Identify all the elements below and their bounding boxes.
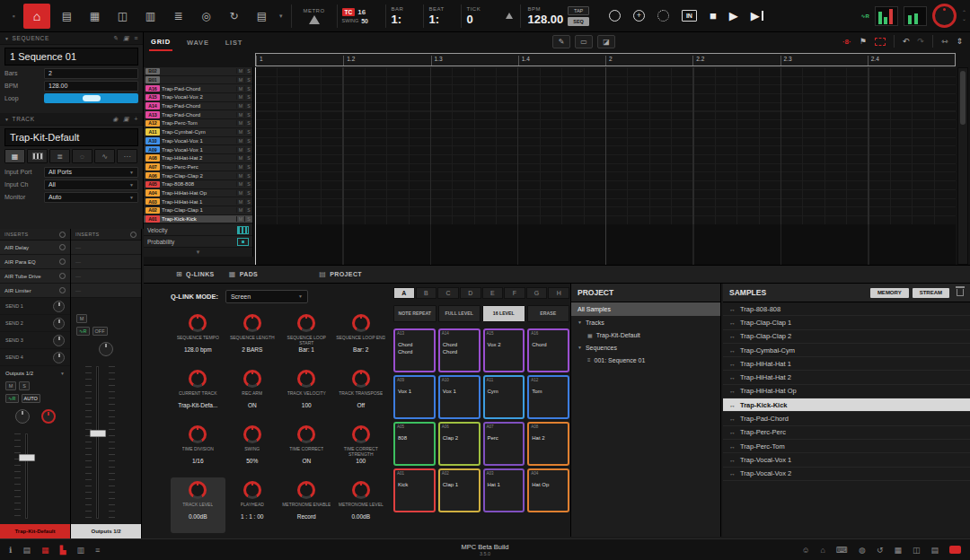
pads-status-icon[interactable]: ▦: [41, 546, 49, 555]
mixer-status-icon[interactable]: ▥: [76, 546, 84, 555]
send-knob[interactable]: [53, 335, 65, 346]
lane-row[interactable]: Probability: [144, 236, 252, 248]
pad-mode-button[interactable]: ERASE: [527, 305, 570, 322]
qlink-mode-select[interactable]: Screen▼: [225, 290, 308, 303]
track-mute[interactable]: M: [236, 94, 244, 100]
pad-mode-button[interactable]: FULL LEVEL: [438, 305, 481, 322]
send-slot[interactable]: SEND 1: [0, 298, 70, 315]
track-solo[interactable]: S: [244, 164, 252, 170]
drum-pad[interactable]: A14 Chord Chord: [438, 328, 481, 372]
drum-pad[interactable]: A12 Tom: [527, 375, 569, 419]
track-solo[interactable]: S: [244, 120, 252, 126]
track-row[interactable]: A16 Trap-Pad-Chord M S: [144, 84, 252, 93]
sample-row[interactable]: ↔ Trap-Clap-Clap 2: [723, 330, 970, 344]
insert-slot[interactable]: AIR Limiter: [0, 284, 70, 298]
midi-icon[interactable]: ◍: [859, 546, 866, 555]
sample-row[interactable]: ↔ Trap-808-808: [723, 302, 970, 316]
drum-pad[interactable]: A07 Perc: [483, 422, 525, 466]
qlink-knob[interactable]: [189, 370, 207, 388]
tap-tempo-button[interactable]: TAP: [568, 6, 589, 15]
tree-caret-icon[interactable]: ▼: [578, 319, 582, 325]
track-row[interactable]: A05 Trap-808-808 M S: [144, 180, 252, 189]
tick-counter[interactable]: TICK 0: [461, 4, 498, 28]
sample-row[interactable]: ↔ Trap-HiHat-Hat 2: [723, 371, 970, 384]
sample-row[interactable]: ↔ Trap-HiHat-Hat Op: [723, 385, 970, 398]
playhead[interactable]: [255, 67, 256, 265]
bars-value-field[interactable]: 2: [44, 68, 138, 79]
pad-bank-tab[interactable]: D: [460, 287, 481, 299]
track-mute[interactable]: M: [236, 77, 244, 83]
zoom-vertical-icon[interactable]: ⇕: [956, 37, 963, 46]
qlink-knob-cell[interactable]: METRONOME LEVEL 0.00dB: [334, 477, 389, 533]
automation-off-button[interactable]: OFF: [93, 327, 108, 336]
sample-row[interactable]: ↔ Trap-HiHat-Hat 1: [723, 357, 970, 371]
note-value-icon[interactable]: ·8·: [842, 38, 851, 46]
track-row[interactable]: A03 Trap-HiHat-Hat 1 M S: [144, 197, 252, 206]
sequence-edit-icon[interactable]: ✎: [113, 35, 119, 42]
feedback-icon[interactable]: ☺: [801, 546, 809, 555]
track-row[interactable]: A08 Trap-HiHat-Hat 2 M S: [144, 154, 252, 163]
qlink-knob[interactable]: [189, 481, 207, 499]
track-name-field[interactable]: Trap-Kit-Default: [4, 128, 138, 146]
sampler-icon[interactable]: ◎: [192, 4, 220, 29]
sequence-menu-icon[interactable]: ≡: [134, 35, 138, 42]
automation-read-button[interactable]: ∿R: [76, 327, 90, 336]
track-copy-icon[interactable]: ▣: [123, 116, 129, 123]
tab-wave[interactable]: WAVE: [185, 35, 211, 50]
track-tree-item[interactable]: ▦ Trap-Kit-Default: [571, 328, 720, 341]
track-solo[interactable]: S: [244, 216, 252, 222]
flag-marker-icon[interactable]: ⚑: [860, 37, 867, 46]
plugin-track-type-icon[interactable]: ≣: [49, 149, 70, 163]
pencil-tool-icon[interactable]: ✎: [552, 35, 570, 48]
punch-in-button[interactable]: IN: [682, 10, 697, 22]
track-solo[interactable]: S: [244, 112, 252, 118]
track-row[interactable]: A14 Trap-Pad-Chord M S: [144, 102, 252, 111]
collapse-caret-icon[interactable]: ▼: [4, 36, 10, 41]
track-solo[interactable]: S: [244, 138, 252, 144]
qlink-knob-cell[interactable]: TIME DIVISION 1/16: [171, 422, 225, 477]
track-record-arm-icon[interactable]: ◉: [112, 116, 119, 123]
track-view-icon[interactable]: ▤: [53, 4, 81, 29]
trash-icon[interactable]: [957, 289, 964, 296]
track-mute[interactable]: M: [236, 173, 244, 179]
track-mute[interactable]: M: [236, 199, 244, 205]
fader-handle[interactable]: [90, 430, 106, 437]
qlink-knob[interactable]: [189, 314, 207, 332]
input-ch-select[interactable]: All▼: [44, 179, 138, 190]
track-solo[interactable]: S: [244, 103, 252, 109]
strip-name-tab[interactable]: Outputs 1/2: [71, 524, 141, 538]
track-row[interactable]: A09 Trap-Vocal-Vox 1 M S: [144, 145, 252, 154]
insert-slot-empty[interactable]: —: [71, 255, 141, 269]
zoom-horizontal-icon[interactable]: ⇿: [941, 37, 948, 46]
sample-row[interactable]: ↔ Trap-Perc-Tom: [723, 440, 970, 453]
send-knob[interactable]: [53, 318, 65, 329]
track-solo[interactable]: S: [244, 173, 252, 179]
power-icon[interactable]: [130, 232, 137, 238]
track-solo[interactable]: S: [244, 199, 252, 205]
track-solo[interactable]: S: [244, 155, 252, 161]
qlink-knob-cell[interactable]: REC ARM ON: [225, 366, 280, 422]
track-row[interactable]: A13 Trap-Pad-Chord M S: [144, 110, 252, 119]
queue-icon[interactable]: ▤: [22, 546, 31, 555]
qlink-knob-cell[interactable]: TIME CORRECT ON: [279, 422, 334, 477]
audio-track-type-icon[interactable]: ∿: [94, 149, 115, 163]
qlink-knob-cell[interactable]: TRACK TRANSPOSE Off: [334, 366, 389, 422]
xy-panel-icon[interactable]: ◫: [913, 546, 921, 555]
stream-button[interactable]: STREAM: [913, 288, 949, 298]
chat-icon[interactable]: [949, 546, 961, 554]
tempo-source-button[interactable]: SEQ: [568, 17, 589, 26]
send-slot[interactable]: SEND 3: [0, 332, 70, 349]
power-icon[interactable]: [59, 273, 66, 279]
mute-button[interactable]: M: [5, 381, 16, 390]
collapse-caret-icon[interactable]: ▼: [4, 117, 10, 122]
qlink-knob-cell[interactable]: SEQUENCE TEMPO 128.0 bpm: [171, 311, 225, 366]
track-mute[interactable]: M: [236, 129, 244, 135]
sample-row[interactable]: ↔ Trap-Cymbal-Cym: [723, 344, 970, 357]
pad-bank-tab[interactable]: G: [526, 287, 548, 299]
eraser-tool-icon[interactable]: ◪: [597, 35, 615, 48]
send-level-knob[interactable]: [41, 409, 56, 424]
sample-row[interactable]: ↔ Trap-Clap-Clap 1: [723, 316, 970, 329]
track-mute[interactable]: M: [236, 190, 244, 196]
track-solo[interactable]: S: [244, 147, 252, 153]
sample-row[interactable]: ↔ Trap-Perc-Perc: [723, 426, 970, 440]
